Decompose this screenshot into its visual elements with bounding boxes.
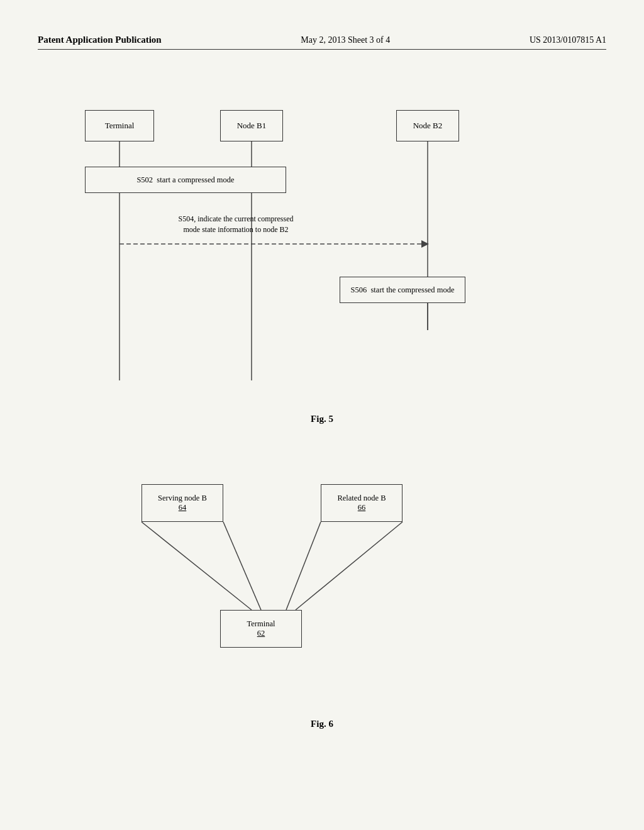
nodeB2-box: Node B2 (396, 110, 459, 141)
terminal62-box: Terminal 62 (220, 610, 302, 648)
s504-label: S504, indicate the current compressedmod… (160, 214, 311, 235)
fig6-caption: Fig. 6 (38, 719, 606, 729)
serving-node-label: Serving node B (158, 494, 207, 503)
fig6-diagram: Serving node B 64 Related node B 66 Term… (38, 472, 606, 748)
s506-box: S506 start the compressed mode (340, 277, 465, 303)
publication-label: Patent Application Publication (38, 35, 162, 45)
svg-line-7 (286, 522, 321, 610)
serving-node-box: Serving node B 64 (142, 484, 223, 522)
svg-line-6 (223, 522, 261, 610)
fig5-diagram: Terminal Node B1 Node B2 S502 start a co… (38, 97, 606, 431)
patent-number-label: US 2013/0107815 A1 (530, 35, 606, 45)
s504-text: S504, indicate the current compressedmod… (179, 214, 294, 234)
nodeB2-label: Node B2 (413, 121, 443, 131)
page-header: Patent Application Publication May 2, 20… (38, 35, 606, 50)
fig5-caption: Fig. 5 (38, 414, 606, 424)
terminal-box: Terminal (85, 110, 154, 141)
date-sheet-label: May 2, 2013 Sheet 3 of 4 (301, 35, 390, 45)
page: Patent Application Publication May 2, 20… (0, 0, 644, 830)
svg-line-8 (142, 522, 252, 610)
related-node-number: 66 (358, 503, 366, 512)
s506-label: S506 start the compressed mode (351, 285, 455, 295)
terminal-label: Terminal (105, 121, 135, 131)
svg-line-9 (296, 522, 402, 610)
nodeB1-box: Node B1 (220, 110, 283, 141)
terminal62-number: 62 (257, 629, 265, 638)
s502-label: S502 start a compressed mode (136, 175, 234, 185)
terminal62-label: Terminal (247, 619, 275, 629)
s502-box: S502 start a compressed mode (85, 167, 286, 193)
serving-node-number: 64 (179, 503, 187, 512)
nodeB1-label: Node B1 (237, 121, 267, 131)
related-node-label: Related node B (337, 494, 386, 503)
fig5-lines (38, 97, 606, 431)
related-node-box: Related node B 66 (321, 484, 402, 522)
